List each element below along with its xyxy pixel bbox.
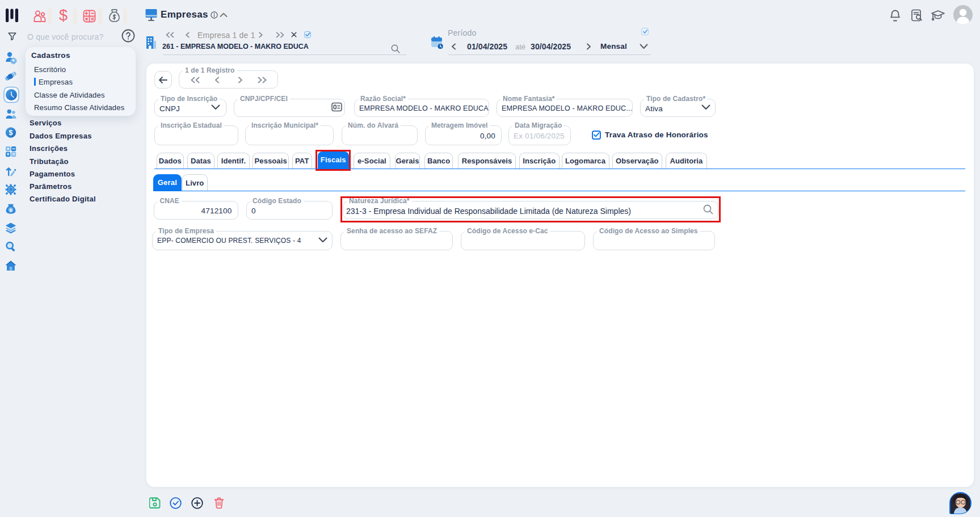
svg-text:$: $ bbox=[10, 208, 12, 213]
svg-text:$: $ bbox=[9, 129, 13, 137]
